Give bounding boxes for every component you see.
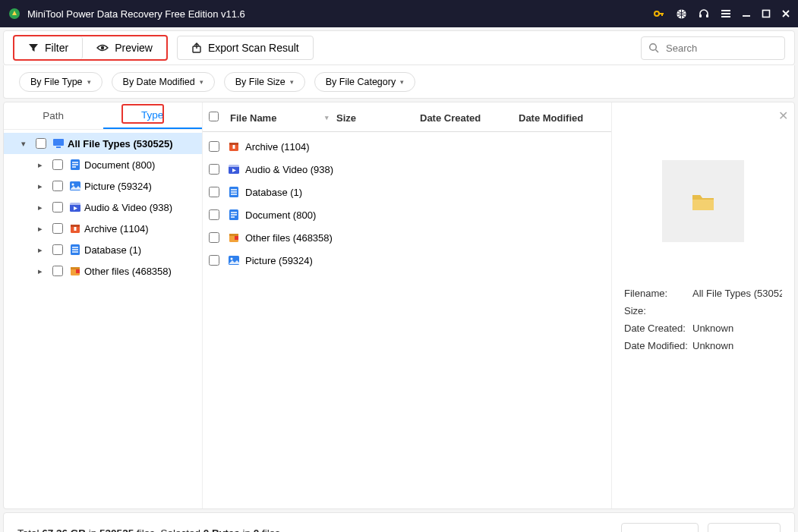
expand-icon[interactable] bbox=[34, 245, 46, 255]
tab-path[interactable]: Path bbox=[4, 102, 103, 129]
sidebar-tabs: Path Type bbox=[4, 102, 202, 130]
save-button[interactable]: Save bbox=[708, 523, 781, 532]
col-size[interactable]: Size bbox=[336, 112, 420, 124]
row-checkbox[interactable] bbox=[209, 187, 219, 197]
tree-checkbox[interactable] bbox=[52, 159, 63, 170]
col-filename[interactable]: File Name▾ bbox=[230, 112, 336, 124]
expand-icon[interactable] bbox=[34, 224, 46, 234]
sort-caret-icon: ▾ bbox=[325, 114, 329, 121]
expand-icon[interactable] bbox=[34, 266, 46, 276]
tree-item[interactable]: Audio & Video (938) bbox=[4, 197, 202, 218]
row-label: Archive (1104) bbox=[245, 141, 310, 153]
app-logo-icon bbox=[8, 7, 21, 20]
preview-panel: ✕ Filename:All File Types (530525) Size:… bbox=[612, 102, 794, 508]
preview-button[interactable]: Preview bbox=[83, 36, 166, 59]
meta-dc-v: Unknown bbox=[692, 323, 782, 334]
chevron-down-icon: ▾ bbox=[400, 78, 404, 86]
export-icon bbox=[191, 42, 202, 53]
expand-icon[interactable] bbox=[34, 203, 46, 212]
tree-item[interactable]: Database (1) bbox=[4, 239, 202, 260]
tree-checkbox[interactable] bbox=[52, 181, 63, 191]
by-file-type-drop[interactable]: By File Type▾ bbox=[19, 72, 103, 92]
home-button[interactable]: Home bbox=[621, 523, 699, 532]
svg-point-6 bbox=[101, 46, 104, 49]
list-row[interactable]: Document (800) bbox=[203, 203, 611, 226]
svg-rect-4 bbox=[706, 14, 708, 17]
expand-icon[interactable] bbox=[34, 181, 46, 191]
meta-filename-k: Filename: bbox=[624, 288, 692, 299]
row-checkbox[interactable] bbox=[209, 232, 219, 243]
tree-root[interactable]: All File Types (530525) bbox=[4, 133, 202, 154]
headset-icon[interactable] bbox=[698, 8, 710, 20]
row-label: Other files (468358) bbox=[245, 232, 333, 244]
col-date-created[interactable]: Date Created bbox=[420, 112, 519, 124]
tree-checkbox[interactable] bbox=[36, 138, 46, 149]
search-input[interactable] bbox=[641, 36, 785, 60]
row-checkbox[interactable] bbox=[209, 209, 219, 220]
row-checkbox[interactable] bbox=[209, 164, 219, 175]
preview-label: Preview bbox=[115, 42, 153, 54]
svg-point-8 bbox=[650, 44, 657, 51]
list-header: File Name▾ Size Date Created Date Modifi… bbox=[203, 102, 611, 132]
tree-checkbox[interactable] bbox=[52, 266, 63, 276]
svg-rect-3 bbox=[699, 14, 702, 17]
row-label: Picture (59324) bbox=[245, 255, 313, 266]
tab-type[interactable]: Type bbox=[103, 102, 203, 129]
svg-rect-31 bbox=[229, 234, 238, 236]
maximize-icon[interactable] bbox=[762, 9, 771, 18]
svg-rect-32 bbox=[235, 236, 238, 240]
arc-icon bbox=[69, 222, 81, 235]
filterbar: By File Type▾ By Date Modified▾ By File … bbox=[3, 65, 795, 99]
eye-icon bbox=[96, 42, 109, 53]
list-row[interactable]: Other files (468358) bbox=[203, 226, 611, 249]
av-icon bbox=[69, 201, 81, 213]
key-icon[interactable] bbox=[653, 8, 665, 20]
minimize-icon[interactable] bbox=[742, 9, 751, 18]
list-row[interactable]: Picture (59324) bbox=[203, 249, 611, 272]
file-list: File Name▾ Size Date Created Date Modifi… bbox=[203, 102, 612, 508]
by-date-drop[interactable]: By Date Modified▾ bbox=[112, 72, 215, 92]
select-all-checkbox[interactable] bbox=[209, 112, 219, 121]
doc-icon bbox=[69, 159, 81, 171]
tree-checkbox[interactable] bbox=[52, 244, 63, 255]
menu-icon[interactable] bbox=[721, 8, 731, 19]
svg-rect-5 bbox=[763, 11, 770, 17]
doc-icon bbox=[227, 208, 241, 222]
av-icon bbox=[227, 162, 241, 176]
sidebar: Path Type All File Types (530525) Docume… bbox=[4, 102, 203, 508]
expand-icon[interactable] bbox=[17, 139, 30, 149]
col-date-modified[interactable]: Date Modified bbox=[519, 112, 605, 124]
db-icon bbox=[69, 244, 81, 256]
search-wrap bbox=[641, 36, 785, 60]
tree-item[interactable]: Other files (468358) bbox=[4, 260, 202, 282]
tree-item-label: Other files (468358) bbox=[84, 266, 172, 277]
tree-item-label: Archive (1104) bbox=[84, 223, 149, 235]
tree-item-label: Database (1) bbox=[84, 244, 141, 256]
list-row[interactable]: Audio & Video (938) bbox=[203, 158, 611, 181]
close-icon[interactable] bbox=[781, 9, 790, 18]
other-icon bbox=[69, 265, 81, 277]
meta-dm-v: Unknown bbox=[692, 340, 782, 351]
svg-rect-15 bbox=[70, 203, 80, 205]
expand-icon[interactable] bbox=[34, 160, 46, 170]
search-icon bbox=[648, 42, 659, 53]
row-checkbox[interactable] bbox=[209, 141, 219, 152]
tree-item[interactable]: Document (800) bbox=[4, 154, 202, 175]
tree-item-label: Picture (59324) bbox=[84, 181, 152, 192]
tree-item[interactable]: Archive (1104) bbox=[4, 218, 202, 239]
by-category-drop[interactable]: By File Category▾ bbox=[314, 72, 415, 92]
export-button[interactable]: Export Scan Result bbox=[177, 36, 314, 60]
list-row[interactable]: Archive (1104) bbox=[203, 135, 611, 158]
meta-dm-k: Date Modified: bbox=[624, 340, 692, 351]
tree-checkbox[interactable] bbox=[52, 202, 63, 212]
list-row[interactable]: Database (1) bbox=[203, 181, 611, 203]
globe-icon[interactable] bbox=[676, 8, 687, 20]
meta-size-k: Size: bbox=[624, 305, 692, 316]
by-size-drop[interactable]: By File Size▾ bbox=[224, 72, 305, 92]
row-checkbox[interactable] bbox=[209, 255, 219, 266]
svg-rect-17 bbox=[71, 225, 80, 227]
tree-checkbox[interactable] bbox=[52, 223, 63, 234]
filter-button[interactable]: Filter bbox=[14, 36, 83, 59]
tree-item[interactable]: Picture (59324) bbox=[4, 175, 202, 197]
close-preview-icon[interactable]: ✕ bbox=[778, 109, 788, 123]
